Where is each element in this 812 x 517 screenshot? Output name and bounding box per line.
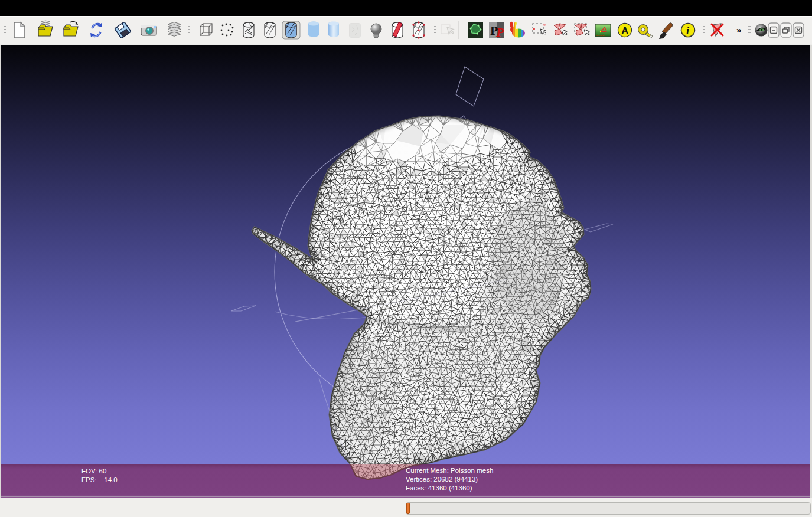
- svg-text:i: i: [686, 25, 689, 37]
- svg-text:»: »: [736, 25, 741, 35]
- svg-text:P: P: [495, 25, 504, 40]
- svg-text:A: A: [621, 25, 628, 37]
- svg-text:ist mesh: ist mesh: [596, 34, 605, 37]
